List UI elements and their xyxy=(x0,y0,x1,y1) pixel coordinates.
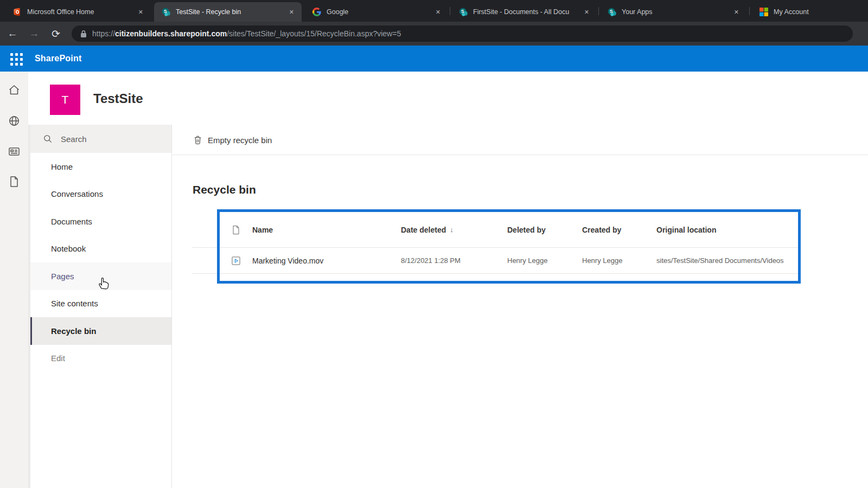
column-header-date-deleted[interactable]: Date deleted↓ xyxy=(401,212,454,247)
tab-separator xyxy=(598,7,599,15)
sharepoint-logo-icon: S xyxy=(608,8,616,16)
tab-title: TestSite - Recycle bin xyxy=(176,8,283,16)
url-scheme: https:// xyxy=(92,29,115,38)
file-type-column-icon xyxy=(231,212,241,247)
news-icon[interactable] xyxy=(8,145,21,158)
nav-label: Pages xyxy=(51,272,74,281)
tab-separator xyxy=(450,7,450,15)
column-header-created-by[interactable]: Created by xyxy=(582,212,621,247)
screen: Microsoft Office Home ✕ S TestSite - Rec… xyxy=(0,0,868,488)
address-bar[interactable]: https://citizenbuilders.sharepoint.com/s… xyxy=(72,25,853,42)
url-domain: citizenbuilders.sharepoint.com xyxy=(115,29,227,38)
tab-google[interactable]: Google ✕ xyxy=(305,2,448,22)
url-text: https://citizenbuilders.sharepoint.com/s… xyxy=(92,29,401,38)
left-navigation: Home Conversations Documents Notebook Pa… xyxy=(28,125,171,488)
video-file-icon xyxy=(231,248,241,273)
site-title[interactable]: TestSite xyxy=(93,91,143,106)
nav-label: Site contents xyxy=(51,299,98,308)
close-icon[interactable]: ✕ xyxy=(136,8,145,17)
svg-text:S: S xyxy=(164,9,167,14)
cell-created-by: Henry Legge xyxy=(582,248,622,273)
close-icon[interactable]: ✕ xyxy=(582,8,591,17)
search-icon xyxy=(42,133,53,144)
row-divider-stub xyxy=(192,247,217,248)
search-box[interactable] xyxy=(30,125,171,153)
tab-title: My Account xyxy=(774,8,861,16)
nav-label: Recycle bin xyxy=(51,326,96,336)
app-launcher-waffle-icon[interactable] xyxy=(9,52,22,65)
tab-testsite-recycle-bin[interactable]: S TestSite - Recycle bin ✕ xyxy=(154,2,302,22)
table-row[interactable]: Marketing Video.mov 8/12/2021 1:28 PM He… xyxy=(220,248,798,273)
nav-label: Documents xyxy=(51,217,92,226)
back-icon[interactable]: ← xyxy=(3,24,22,43)
command-bar-divider xyxy=(172,155,868,155)
tab-my-account[interactable]: My Account xyxy=(752,2,867,22)
close-icon[interactable]: ✕ xyxy=(732,8,741,17)
app-rail xyxy=(0,72,28,488)
sharepoint-suite-bar: SharePoint xyxy=(0,46,868,72)
tab-title: Google xyxy=(327,8,429,16)
tab-separator xyxy=(749,7,750,15)
site-header: T TestSite xyxy=(28,72,868,125)
url-path: /sites/TestSite/_layouts/15/RecycleBin.a… xyxy=(227,29,401,38)
empty-recycle-bin-button[interactable]: Empty recycle bin xyxy=(193,131,272,149)
office-logo-icon xyxy=(13,8,22,16)
nav-label: Conversations xyxy=(51,189,103,198)
sidebar-item-documents[interactable]: Documents xyxy=(30,208,171,235)
column-label: Date deleted xyxy=(401,226,446,234)
column-header-original-location[interactable]: Original location xyxy=(656,212,716,247)
sidebar-item-pages[interactable]: Pages xyxy=(30,262,171,290)
globe-icon[interactable] xyxy=(8,114,21,127)
cell-original-location: sites/TestSite/Shared Documents/Videos xyxy=(656,248,784,273)
cell-date-deleted: 8/12/2021 1:28 PM xyxy=(401,248,461,273)
svg-text:S: S xyxy=(461,9,464,14)
main-content: Empty recycle bin Recycle bin Name Date … xyxy=(172,125,868,488)
column-header-deleted-by[interactable]: Deleted by xyxy=(507,212,546,247)
google-logo-icon xyxy=(312,8,321,16)
column-label: Created by xyxy=(582,226,621,234)
tab-firstsite-documents[interactable]: S FirstSite - Documents - All Docu ✕ xyxy=(451,2,597,22)
row-bottom-divider xyxy=(220,273,798,274)
document-icon[interactable] xyxy=(8,175,21,188)
microsoft-logo-icon xyxy=(760,8,768,16)
tab-title: Microsoft Office Home xyxy=(27,8,132,16)
sidebar-item-recycle-bin[interactable]: Recycle bin xyxy=(30,317,171,345)
nav-label: Edit xyxy=(51,354,65,363)
tab-title: Your Apps xyxy=(622,8,727,16)
browser-toolbar: ← → ⟳ https://citizenbuilders.sharepoint… xyxy=(0,22,868,46)
cell-name[interactable]: Marketing Video.mov xyxy=(252,248,323,273)
column-header-name[interactable]: Name xyxy=(252,212,273,247)
home-icon[interactable] xyxy=(8,84,21,97)
suite-app-name: SharePoint xyxy=(35,54,81,63)
annotation-highlight-box: Name Date deleted↓ Deleted by Created by… xyxy=(217,209,801,284)
sidebar-item-site-contents[interactable]: Site contents xyxy=(30,290,171,318)
browser-tabstrip: Microsoft Office Home ✕ S TestSite - Rec… xyxy=(0,0,868,22)
forward-icon[interactable]: → xyxy=(25,24,43,43)
sort-descending-icon: ↓ xyxy=(450,226,454,234)
sidebar-item-conversations[interactable]: Conversations xyxy=(30,181,171,208)
sharepoint-logo-icon: S xyxy=(162,8,170,16)
column-label: Original location xyxy=(656,226,716,234)
sidebar-item-home[interactable]: Home xyxy=(30,153,171,181)
tab-microsoft-office-home[interactable]: Microsoft Office Home ✕ xyxy=(5,2,151,22)
empty-recycle-bin-label: Empty recycle bin xyxy=(208,136,272,145)
lock-icon xyxy=(80,30,87,37)
refresh-icon[interactable]: ⟳ xyxy=(47,24,65,43)
tab-your-apps[interactable]: S Your Apps ✕ xyxy=(600,2,746,22)
nav-label: Notebook xyxy=(51,244,86,253)
page-title: Recycle bin xyxy=(193,183,256,196)
row-divider-stub xyxy=(192,273,217,274)
svg-text:S: S xyxy=(610,9,613,14)
search-input[interactable] xyxy=(61,134,153,144)
cell-deleted-by: Henry Legge xyxy=(507,248,547,273)
trash-icon xyxy=(193,135,203,145)
tab-title: FirstSite - Documents - All Docu xyxy=(473,8,578,16)
column-label: Deleted by xyxy=(507,226,546,234)
sidebar-item-notebook[interactable]: Notebook xyxy=(30,235,171,263)
close-icon[interactable]: ✕ xyxy=(287,8,296,17)
close-icon[interactable]: ✕ xyxy=(433,8,443,17)
column-label: Name xyxy=(252,226,273,234)
site-logo[interactable]: T xyxy=(50,85,80,115)
sidebar-item-edit[interactable]: Edit xyxy=(30,345,171,373)
nav-list: Home Conversations Documents Notebook Pa… xyxy=(30,153,171,372)
